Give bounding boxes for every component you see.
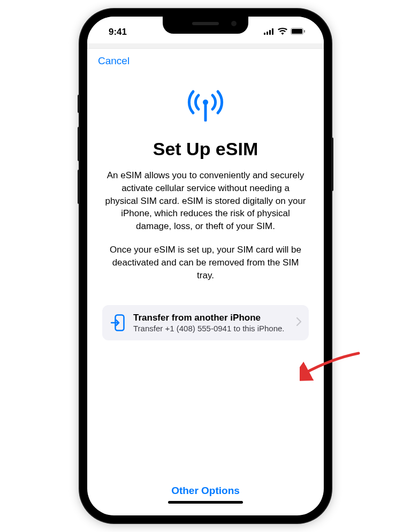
battery-icon — [291, 27, 306, 37]
power-button — [331, 138, 333, 191]
nav-bar: Cancel — [87, 49, 324, 71]
screen: 9:41 — [87, 17, 324, 515]
phone-speaker — [192, 22, 219, 25]
mute-switch — [78, 95, 80, 113]
svg-rect-6 — [304, 30, 305, 33]
body-paragraph-1: An eSIM allows you to conveniently and s… — [102, 169, 309, 233]
phone-camera — [231, 21, 237, 26]
option-text: Transfer from another iPhone Transfer +1… — [133, 313, 289, 333]
hero-icon-container — [102, 89, 309, 124]
transfer-in-icon — [110, 314, 126, 331]
wifi-icon — [278, 27, 287, 37]
home-indicator[interactable] — [168, 501, 243, 504]
option-title: Transfer from another iPhone — [133, 313, 289, 323]
status-icons — [264, 27, 309, 37]
body-paragraph-2: Once your eSIM is set up, your SIM card … — [102, 244, 309, 282]
sheet-background-peek — [87, 43, 324, 49]
volume-up-button — [78, 127, 80, 161]
svg-rect-2 — [269, 30, 271, 35]
option-subtitle: Transfer +1 (408) 555-0941 to this iPhon… — [133, 324, 289, 333]
antenna-signal-icon — [186, 89, 225, 124]
other-options-button[interactable]: Other Options — [98, 485, 313, 497]
phone-frame: 9:41 — [80, 9, 331, 523]
status-time: 9:41 — [102, 27, 127, 37]
transfer-from-iphone-option[interactable]: Transfer from another iPhone Transfer +1… — [102, 305, 309, 340]
chevron-right-icon — [296, 317, 301, 329]
volume-down-button — [78, 170, 80, 204]
page-title: Set Up eSIM — [102, 139, 309, 159]
bottom-area: Other Options — [87, 475, 324, 515]
svg-rect-3 — [272, 28, 273, 35]
main-content: Set Up eSIM An eSIM allows you to conven… — [87, 71, 324, 475]
svg-rect-1 — [267, 32, 268, 35]
svg-rect-0 — [264, 33, 265, 35]
svg-rect-5 — [292, 29, 302, 34]
cancel-button[interactable]: Cancel — [98, 55, 130, 66]
cellular-signal-icon — [264, 27, 275, 37]
